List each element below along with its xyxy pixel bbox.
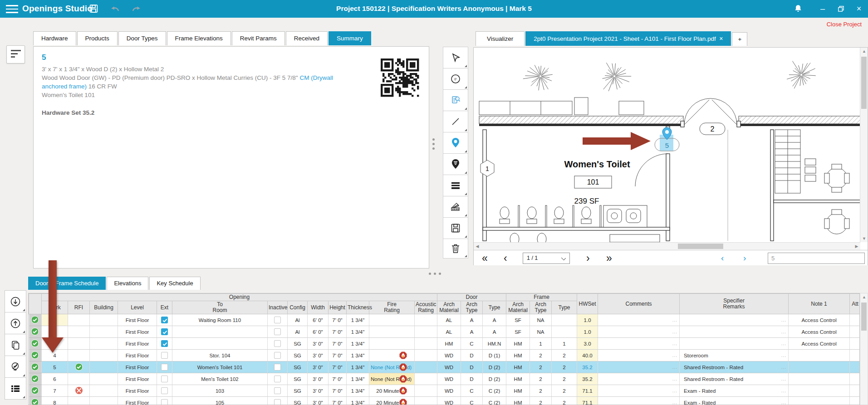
cell-thickness[interactable]: 1 3/4" xyxy=(347,397,369,405)
cell-level[interactable]: First Floor xyxy=(118,385,157,397)
cell-rfi[interactable] xyxy=(68,338,90,350)
save-view-tool-icon[interactable] xyxy=(443,217,468,239)
col-ext[interactable]: Ext xyxy=(157,301,172,314)
cell-fire-rating[interactable] xyxy=(369,326,415,338)
next-mark-button[interactable]: › xyxy=(743,251,746,265)
scroll-right-icon[interactable]: ▶ xyxy=(853,243,860,250)
cell-level[interactable]: First Floor xyxy=(118,338,157,350)
cell-frame-arch-material[interactable]: SF xyxy=(506,314,530,326)
vertical-splitter[interactable] xyxy=(432,138,435,152)
cell-inactive[interactable] xyxy=(268,350,288,361)
checkbox[interactable] xyxy=(274,328,281,335)
cell-config[interactable]: Al xyxy=(288,314,308,326)
cell-door-type[interactable]: A xyxy=(483,326,506,338)
cell-frame-arch-type[interactable]: 2 xyxy=(530,361,552,373)
cell-config[interactable]: SG xyxy=(288,397,308,405)
scroll-left-icon[interactable]: ◀ xyxy=(474,243,481,250)
cell-ext[interactable] xyxy=(157,361,172,373)
cell-door-type[interactable]: A xyxy=(483,314,506,326)
cell-door-arch-material[interactable]: WD xyxy=(437,361,461,373)
mark-search-input[interactable] xyxy=(768,253,865,264)
cell-building[interactable] xyxy=(90,314,118,326)
cell-rfi[interactable] xyxy=(68,397,90,405)
cell-specifier-remarks[interactable]: Exam - Rated... xyxy=(680,385,789,397)
row-status-icon[interactable] xyxy=(29,361,42,373)
cell-width[interactable]: 3' 0" xyxy=(308,385,329,397)
cell-acoustic-rating[interactable] xyxy=(415,373,437,385)
cell-thickness[interactable]: 1 3/4" xyxy=(347,385,369,397)
table-row[interactable]: 1First FloorWaiting Room 110Al6' 0"7' 0"… xyxy=(29,314,860,326)
cell-inactive[interactable] xyxy=(268,338,288,350)
cell-frame-arch-type[interactable]: NA xyxy=(530,314,552,326)
col-frame-type[interactable]: Type xyxy=(552,301,577,314)
cell-frame-arch-material[interactable]: SF xyxy=(506,326,530,338)
cell-door-type[interactable]: D (2) xyxy=(483,373,506,385)
cell-frame-type[interactable]: 2 xyxy=(552,373,577,385)
tab-key-schedule[interactable]: Key Schedule xyxy=(149,277,200,290)
tab-products[interactable]: Products xyxy=(77,31,118,45)
pin-tool-icon[interactable] xyxy=(443,132,468,154)
cell-door-type[interactable]: C (2) xyxy=(483,385,506,397)
scroll-up-icon[interactable]: ▲ xyxy=(860,48,868,55)
checkbox[interactable] xyxy=(161,399,168,405)
cell-fire-rating[interactable] xyxy=(369,314,415,326)
cell-config[interactable]: SG xyxy=(288,373,308,385)
cell-note1[interactable] xyxy=(789,361,850,373)
col-mark[interactable]: Mark xyxy=(42,301,68,314)
checkbox[interactable] xyxy=(161,387,168,394)
cell-frame-type[interactable] xyxy=(552,326,577,338)
col-frame-arch-material[interactable]: Arch Material xyxy=(506,301,530,314)
col-note1[interactable]: Note 1 xyxy=(789,294,850,314)
cell-thickness[interactable]: 1 3/4" xyxy=(347,361,369,373)
cell-thickness[interactable]: 1 3/4" xyxy=(347,338,369,350)
cell-frame-arch-material[interactable]: HM xyxy=(506,385,530,397)
cell-height[interactable]: 7' 0" xyxy=(329,350,347,361)
cell-ext[interactable] xyxy=(157,350,172,361)
cell-height[interactable]: 7' 0" xyxy=(329,338,347,350)
cell-hwset[interactable]: 3.0 xyxy=(577,338,598,350)
cell-config[interactable]: SG xyxy=(288,338,308,350)
cell-hwset[interactable]: 35.2 xyxy=(577,361,598,373)
cell-specifier-remarks[interactable]: ... xyxy=(680,326,789,338)
last-page-button[interactable]: » xyxy=(606,251,612,265)
first-page-button[interactable]: « xyxy=(482,251,488,265)
cell-rfi[interactable] xyxy=(68,385,90,397)
cell-level[interactable]: First Floor xyxy=(118,397,157,405)
cell-hwset[interactable]: 40.0 xyxy=(577,350,598,361)
cell-frame-arch-material[interactable]: HM xyxy=(506,361,530,373)
col-to-room[interactable]: To Room xyxy=(172,301,268,314)
next-page-button[interactable]: › xyxy=(586,251,590,265)
layers-menu-tool-icon[interactable] xyxy=(443,175,468,196)
cell-level[interactable]: First Floor xyxy=(118,350,157,361)
row-status-icon[interactable] xyxy=(29,373,42,385)
row-status-icon[interactable] xyxy=(29,350,42,361)
table-row[interactable]: 5First FloorWomen's Toilet 101SG3' 0"7' … xyxy=(29,361,860,373)
cell-mark[interactable]: 1 xyxy=(42,314,68,326)
download-icon[interactable] xyxy=(5,290,26,312)
cell-ext[interactable] xyxy=(157,314,172,326)
col-acoustic-rating[interactable]: Acoustic Rating xyxy=(415,301,437,314)
tab-visualizer[interactable]: Visualizer xyxy=(476,31,525,46)
cell-note1[interactable] xyxy=(789,397,850,405)
cell-width[interactable]: 3' 0" xyxy=(308,350,329,361)
cell-height[interactable]: 7' 0" xyxy=(329,326,347,338)
cell-building[interactable] xyxy=(90,350,118,361)
cell-building[interactable] xyxy=(90,338,118,350)
cell-ext[interactable] xyxy=(157,385,172,397)
table-row[interactable]: 8First Floor105SG3' 0"7' 0"1 3/4"20 Minu… xyxy=(29,397,860,405)
cell-specifier-remarks[interactable]: ... xyxy=(680,338,789,350)
col-frame-arch-type[interactable]: Arch Type xyxy=(530,301,552,314)
cell-note1[interactable]: Access Control xyxy=(789,314,850,326)
tab-revit-params[interactable]: Revit Params xyxy=(232,31,285,45)
cell-mark[interactable]: 4 xyxy=(42,350,68,361)
cell-att[interactable] xyxy=(850,361,860,373)
cell-hwset[interactable]: 71.1 xyxy=(577,385,598,397)
cell-to-room[interactable]: 103 xyxy=(172,385,268,397)
cell-frame-type[interactable]: 1 xyxy=(552,338,577,350)
cell-thickness[interactable]: 1 3/4" xyxy=(347,314,369,326)
cell-note1[interactable]: Access Control xyxy=(789,326,850,338)
cell-note1[interactable] xyxy=(789,373,850,385)
cell-mark[interactable]: 6 xyxy=(42,373,68,385)
cell-specifier-remarks[interactable]: Exam - Rated... xyxy=(680,397,789,405)
cell-inactive[interactable] xyxy=(268,373,288,385)
